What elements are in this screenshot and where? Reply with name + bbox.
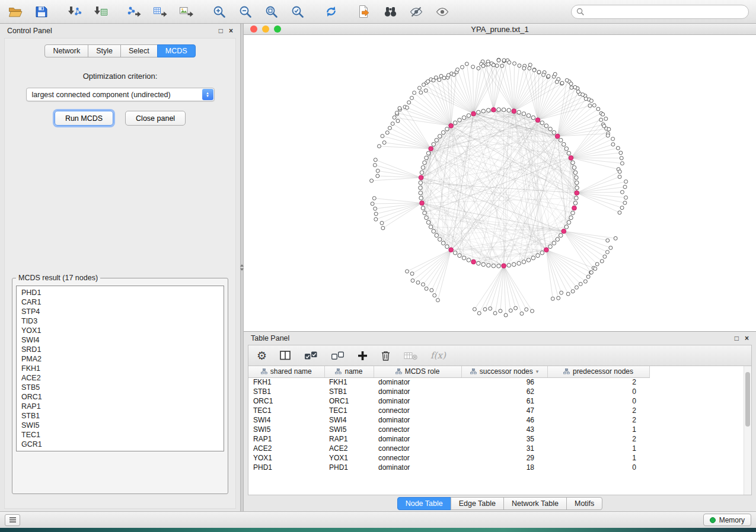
table-cell[interactable]: RAP1: [248, 434, 324, 444]
table-cell[interactable]: YOX1: [324, 453, 374, 463]
close-table-panel-icon[interactable]: ×: [745, 335, 749, 342]
table-cell[interactable]: 1: [547, 453, 649, 463]
table-cell[interactable]: dominator: [374, 377, 461, 387]
table-row[interactable]: SWI4SWI4dominator462: [248, 415, 658, 425]
mcds-result-item[interactable]: PMA2: [21, 354, 219, 364]
hide-details-button[interactable]: [408, 4, 425, 20]
table-cell[interactable]: STB1: [324, 387, 374, 396]
table-cell[interactable]: ORC1: [324, 396, 374, 406]
export-table-button[interactable]: [152, 4, 168, 20]
table-cell[interactable]: FKH1: [248, 377, 324, 387]
table-cell[interactable]: 29: [461, 453, 547, 463]
table-cell[interactable]: 2: [547, 406, 649, 415]
zoom-fit-button[interactable]: [263, 4, 280, 20]
tab-network-table[interactable]: Network Table: [503, 497, 567, 510]
select-all-button[interactable]: [304, 348, 318, 363]
table-row[interactable]: STB1STB1dominator620: [248, 387, 658, 396]
tab-select[interactable]: Select: [120, 44, 158, 57]
table-cell[interactable]: YOX1: [248, 453, 324, 463]
table-cell[interactable]: ACE2: [248, 444, 324, 453]
search-box[interactable]: [571, 5, 749, 19]
network-canvas[interactable]: [244, 35, 756, 331]
table-cell[interactable]: dominator: [374, 396, 461, 406]
network-graph[interactable]: [244, 35, 755, 331]
search-network-button[interactable]: [382, 4, 398, 20]
table-cell[interactable]: PHD1: [324, 463, 374, 472]
table-cell[interactable]: 2: [547, 377, 649, 387]
status-menu-button[interactable]: [5, 514, 20, 526]
table-cell[interactable]: connector: [374, 425, 461, 434]
float-table-panel-icon[interactable]: □: [735, 335, 739, 342]
search-input[interactable]: [587, 8, 744, 16]
mcds-result-item[interactable]: GCR1: [21, 440, 219, 449]
close-panel-icon[interactable]: ×: [229, 27, 233, 34]
column-header-shared-name[interactable]: shared name: [248, 366, 324, 377]
table-row[interactable]: SWI5SWI5connector431: [248, 425, 658, 434]
criterion-dropdown[interactable]: largest connected component (undirected)…: [26, 88, 215, 101]
memory-button[interactable]: Memory: [703, 514, 751, 526]
table-cell[interactable]: 47: [461, 406, 547, 415]
mcds-result-item[interactable]: ACE2: [21, 373, 219, 383]
tab-mcds[interactable]: MCDS: [157, 44, 196, 57]
table-cell[interactable]: 46: [461, 415, 547, 425]
table-cell[interactable]: STB1: [248, 387, 324, 396]
table-cell[interactable]: TEC1: [324, 406, 374, 415]
export-image-button[interactable]: [178, 4, 194, 20]
mcds-result-item[interactable]: FKH1: [21, 364, 219, 373]
export-document-button[interactable]: [356, 4, 372, 20]
table-row[interactable]: ORC1ORC1dominator610: [248, 396, 658, 406]
table-cell[interactable]: 62: [461, 387, 547, 396]
mcds-result-item[interactable]: SWI4: [21, 335, 219, 345]
table-cell[interactable]: SWI5: [324, 425, 374, 434]
table-cell[interactable]: 96: [461, 377, 547, 387]
zoom-in-button[interactable]: [211, 4, 228, 20]
table-cell[interactable]: RAP1: [324, 434, 374, 444]
table-cell[interactable]: 18: [461, 463, 547, 472]
column-header-name[interactable]: name: [324, 366, 374, 377]
table-cell[interactable]: 0: [547, 463, 649, 472]
close-panel-button[interactable]: Close panel: [125, 111, 186, 126]
delete-column-button[interactable]: [381, 348, 391, 363]
table-row[interactable]: YOX1YOX1connector291: [248, 453, 658, 463]
table-row[interactable]: ACE2ACE2connector311: [248, 444, 658, 453]
table-cell[interactable]: connector: [374, 453, 461, 463]
mcds-result-item[interactable]: STB1: [21, 411, 219, 421]
table-cell[interactable]: 43: [461, 425, 547, 434]
open-session-button[interactable]: [7, 4, 24, 20]
mcds-result-item[interactable]: SRD1: [21, 345, 219, 354]
float-panel-icon[interactable]: □: [219, 27, 223, 34]
table-cell[interactable]: SWI5: [248, 425, 324, 434]
show-columns-button[interactable]: [280, 348, 291, 363]
table-cell[interactable]: SWI4: [324, 415, 374, 425]
table-cell[interactable]: 1: [547, 444, 649, 453]
tab-motifs[interactable]: Motifs: [566, 497, 602, 510]
table-cell[interactable]: 35: [461, 434, 547, 444]
maximize-window-button[interactable]: [274, 25, 281, 33]
tab-network[interactable]: Network: [44, 44, 88, 57]
table-row[interactable]: PHD1PHD1dominator180: [248, 463, 658, 472]
add-column-button[interactable]: [358, 348, 368, 363]
table-settings-gear-icon[interactable]: ⚙: [257, 348, 267, 363]
table-scrollbar-thumb[interactable]: [745, 372, 750, 427]
import-network-button[interactable]: [66, 4, 83, 20]
run-mcds-button[interactable]: Run MCDS: [55, 111, 113, 126]
mcds-result-item[interactable]: CAR1: [21, 297, 219, 307]
column-header-MCDS-role[interactable]: MCDS role: [374, 366, 461, 377]
table-cell[interactable]: dominator: [374, 387, 461, 396]
table-cell[interactable]: connector: [374, 444, 461, 453]
export-network-button[interactable]: [126, 4, 142, 20]
deselect-all-button[interactable]: [331, 348, 344, 363]
refresh-layout-button[interactable]: [323, 4, 339, 20]
table-cell[interactable]: TEC1: [248, 406, 324, 415]
table-cell[interactable]: dominator: [374, 434, 461, 444]
table-cell[interactable]: ORC1: [248, 396, 324, 406]
close-window-button[interactable]: [250, 25, 257, 33]
table-cell[interactable]: FKH1: [324, 377, 374, 387]
table-cell[interactable]: 61: [461, 396, 547, 406]
table-cell[interactable]: PHD1: [248, 463, 324, 472]
tab-node-table[interactable]: Node Table: [397, 497, 451, 510]
table-scrollbar[interactable]: [744, 366, 751, 495]
show-details-button[interactable]: [434, 4, 451, 20]
table-cell[interactable]: 31: [461, 444, 547, 453]
mcds-result-item[interactable]: STB5: [21, 383, 219, 392]
